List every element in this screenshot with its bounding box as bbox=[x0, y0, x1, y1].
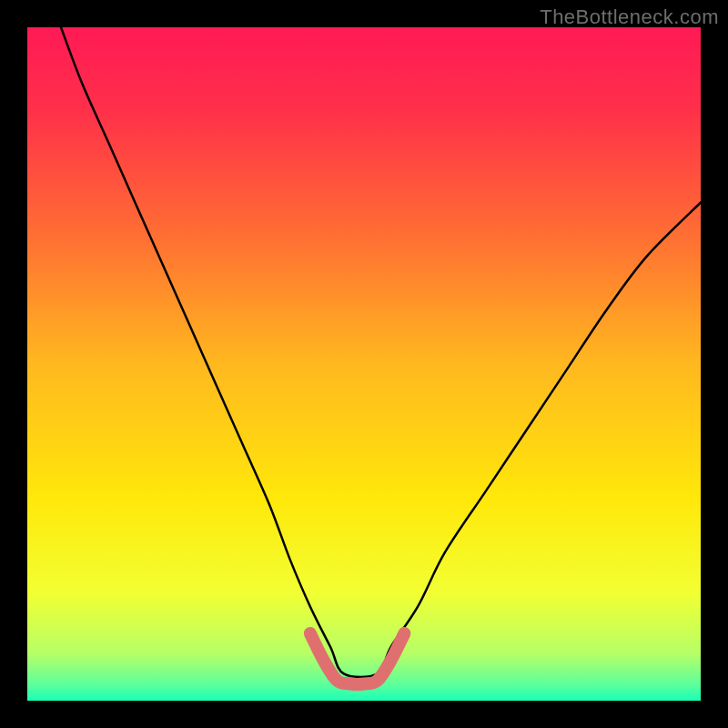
plot-area bbox=[27, 27, 701, 701]
watermark-text: TheBottleneck.com bbox=[540, 5, 719, 29]
chart-svg bbox=[27, 27, 701, 701]
chart-frame: TheBottleneck.com bbox=[0, 0, 728, 728]
gradient-background bbox=[27, 27, 701, 701]
